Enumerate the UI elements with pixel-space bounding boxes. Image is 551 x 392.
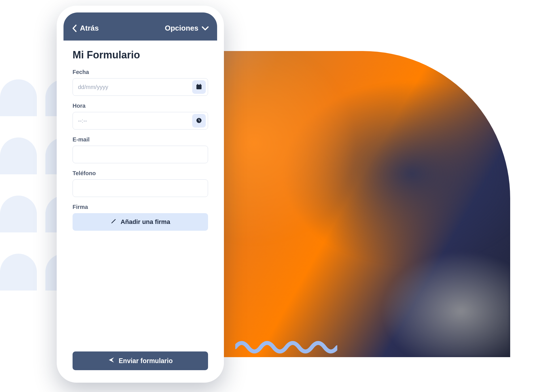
- options-button[interactable]: Opciones: [165, 24, 209, 33]
- back-label: Atrás: [80, 24, 99, 33]
- field-phone: Teléfono: [73, 170, 208, 197]
- field-date: Fecha: [73, 69, 208, 96]
- decorative-arch: [0, 254, 37, 291]
- submit-button[interactable]: Enviar formulario: [73, 351, 208, 370]
- time-label: Hora: [73, 103, 208, 109]
- date-input[interactable]: [73, 78, 208, 96]
- decorative-arch: [0, 137, 37, 174]
- form-body: Mi Formulario Fecha Hora: [63, 41, 217, 376]
- add-signature-button[interactable]: Añadir una firma: [73, 213, 208, 231]
- decorative-arch: [0, 196, 37, 232]
- calendar-icon: [196, 83, 202, 91]
- date-picker-button[interactable]: [192, 80, 206, 94]
- signature-label: Firma: [73, 204, 208, 210]
- email-label: E-mail: [73, 136, 208, 143]
- email-input[interactable]: [73, 146, 208, 163]
- svg-rect-2: [197, 84, 198, 85]
- decorative-wave: [235, 339, 337, 356]
- field-email: E-mail: [73, 136, 208, 163]
- chevron-left-icon: [72, 25, 77, 32]
- form-title: Mi Formulario: [73, 49, 208, 61]
- phone-mockup: Atrás Opciones Mi Formulario Fecha: [57, 6, 224, 383]
- hero-photo: [181, 51, 510, 357]
- phone-input[interactable]: [73, 179, 208, 197]
- field-time: Hora: [73, 103, 208, 130]
- phone-label: Teléfono: [73, 170, 208, 177]
- submit-label: Enviar formulario: [119, 357, 173, 365]
- svg-rect-1: [196, 85, 202, 86]
- pencil-icon: [111, 218, 117, 226]
- svg-rect-3: [200, 84, 201, 85]
- chevron-down-icon: [202, 26, 209, 31]
- time-input[interactable]: [73, 112, 208, 130]
- time-picker-button[interactable]: [192, 114, 206, 128]
- clock-icon: [196, 117, 202, 125]
- decorative-arch: [0, 79, 37, 116]
- app-header: Atrás Opciones: [63, 12, 217, 41]
- field-signature: Firma Añadir una firma: [73, 204, 208, 231]
- signature-button-label: Añadir una firma: [121, 218, 170, 226]
- send-icon: [108, 357, 115, 365]
- app-screen: Atrás Opciones Mi Formulario Fecha: [63, 12, 217, 376]
- options-label: Opciones: [165, 24, 198, 33]
- date-label: Fecha: [73, 69, 208, 75]
- back-button[interactable]: Atrás: [72, 24, 99, 33]
